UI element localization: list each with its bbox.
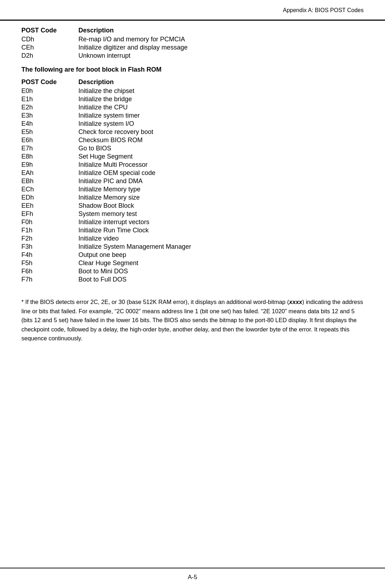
table-row: E3hInitialize system timer (21, 112, 364, 119)
row-code: EFh (21, 210, 78, 218)
table2-col2-header: Description (78, 78, 364, 86)
row-code: F5h (21, 259, 78, 267)
row-code: E4h (21, 120, 78, 128)
row-desc: Go to BIOS (78, 145, 364, 152)
table-row: F2hInitialize video (21, 235, 364, 242)
table-row: E8hSet Huge Segment (21, 153, 364, 160)
table-row: D2hUnknown interrupt (21, 52, 364, 60)
table2-col1-header: POST Code (21, 78, 78, 86)
row-desc: Initialize Multi Processor (78, 161, 364, 169)
row-desc: System memory test (78, 210, 364, 218)
table1-section: POST Code Description CDhRe-map I/O and … (21, 27, 364, 60)
row-code: E5h (21, 128, 78, 136)
table-row: EAhInitialize OEM special code (21, 169, 364, 177)
row-desc: Boot to Full DOS (78, 276, 364, 283)
section-heading: The following are for boot block in Flas… (21, 66, 364, 73)
table1-header: POST Code Description (21, 27, 364, 34)
header-title: Appendix A: BIOS POST Codes (283, 7, 364, 14)
row-desc: Initialize video (78, 235, 364, 242)
row-desc: Clear Huge Segment (78, 259, 364, 267)
row-code: E1h (21, 96, 78, 103)
row-desc: Shadow Boot Block (78, 202, 364, 210)
table2-section: POST Code Description E0hInitialize the … (21, 78, 364, 283)
row-code: F7h (21, 276, 78, 283)
table-row: EDhInitialize Memory size (21, 194, 364, 201)
row-code: E7h (21, 145, 78, 152)
table-row: E7hGo to BIOS (21, 145, 364, 152)
row-code: F0h (21, 218, 78, 226)
row-code: CEh (21, 44, 78, 51)
table-row: F5hClear Huge Segment (21, 259, 364, 267)
table-row: E2hInitialize the CPU (21, 104, 364, 111)
table-row: EBhInitialize PIC and DMA (21, 177, 364, 185)
row-desc: Checksum BIOS ROM (78, 136, 364, 144)
row-code: F6h (21, 268, 78, 275)
table-row: F3hInitialize System Management Manager (21, 243, 364, 251)
row-desc: Initialize PIC and DMA (78, 177, 364, 185)
row-desc: Unknown interrupt (78, 52, 364, 60)
table2-header: POST Code Description (21, 78, 364, 86)
table1-col2-header: Description (78, 27, 364, 34)
row-desc: Output one beep (78, 251, 364, 259)
table-row: EEhShadow Boot Block (21, 202, 364, 210)
row-code: EDh (21, 194, 78, 201)
content-area: POST Code Description CDhRe-map I/O and … (21, 27, 364, 559)
row-desc: Initialize digitizer and display message (78, 44, 364, 51)
row-desc: Initialize the CPU (78, 104, 364, 111)
table-row: F6hBoot to Mini DOS (21, 268, 364, 275)
top-border (0, 20, 385, 21)
row-desc: Check force recovery boot (78, 128, 364, 136)
row-desc: Initialize the chipset (78, 87, 364, 95)
footnote-section: * If the BIOS detects error 2C, 2E, or 3… (21, 298, 364, 343)
row-code: F3h (21, 243, 78, 251)
row-desc: Initialize system timer (78, 112, 364, 119)
table-row: E9hInitialize Multi Processor (21, 161, 364, 169)
footnote-italic-bold: xxxx (289, 299, 302, 305)
row-code: F2h (21, 235, 78, 242)
row-desc: Set Huge Segment (78, 153, 364, 160)
table-row: EChInitialize Memory type (21, 186, 364, 193)
table-row: F4hOutput one beep (21, 251, 364, 259)
table-row: F7hBoot to Full DOS (21, 276, 364, 283)
page-number: A-5 (188, 574, 197, 581)
row-code: CDh (21, 36, 78, 43)
page-container: Appendix A: BIOS POST Codes POST Code De… (0, 0, 385, 588)
table-row: EFhSystem memory test (21, 210, 364, 218)
row-code: F4h (21, 251, 78, 259)
row-code: E6h (21, 136, 78, 144)
footnote-text-after: ) indicating the address line or bits th… (21, 299, 363, 341)
row-desc: Re-map I/O and memory for PCMCIA (78, 36, 364, 43)
row-desc: Initialize system I/O (78, 120, 364, 128)
table-row: F1hInitialize Run Time Clock (21, 227, 364, 234)
footnote-text-before: * If the BIOS detects error 2C, 2E, or 3… (21, 299, 289, 305)
table-row: F0hInitialize interrupt vectors (21, 218, 364, 226)
row-code: ECh (21, 186, 78, 193)
table-row: E5hCheck force recovery boot (21, 128, 364, 136)
row-desc: Boot to Mini DOS (78, 268, 364, 275)
table-row: CEhInitialize digitizer and display mess… (21, 44, 364, 51)
row-desc: Initialize System Management Manager (78, 243, 364, 251)
table-row: E0hInitialize the chipset (21, 87, 364, 95)
table1-col1-header: POST Code (21, 27, 78, 34)
row-desc: Initialize Memory type (78, 186, 364, 193)
row-code: E3h (21, 112, 78, 119)
bottom-border (0, 568, 385, 568)
table-row: E6hChecksum BIOS ROM (21, 136, 364, 144)
table-row: E1hInitialize the bridge (21, 96, 364, 103)
row-code: E9h (21, 161, 78, 169)
row-code: EEh (21, 202, 78, 210)
row-desc: Initialize the bridge (78, 96, 364, 103)
row-code: D2h (21, 52, 78, 60)
row-code: F1h (21, 227, 78, 234)
row-desc: Initialize Memory size (78, 194, 364, 201)
row-code: EAh (21, 169, 78, 177)
table-row: E4hInitialize system I/O (21, 120, 364, 128)
row-code: E0h (21, 87, 78, 95)
row-desc: Initialize interrupt vectors (78, 218, 364, 226)
table2-rows: E0hInitialize the chipsetE1hInitialize t… (21, 87, 364, 283)
row-code: EBh (21, 177, 78, 185)
row-code: E8h (21, 153, 78, 160)
row-desc: Initialize OEM special code (78, 169, 364, 177)
row-code: E2h (21, 104, 78, 111)
table1-rows: CDhRe-map I/O and memory for PCMCIACEhIn… (21, 36, 364, 60)
